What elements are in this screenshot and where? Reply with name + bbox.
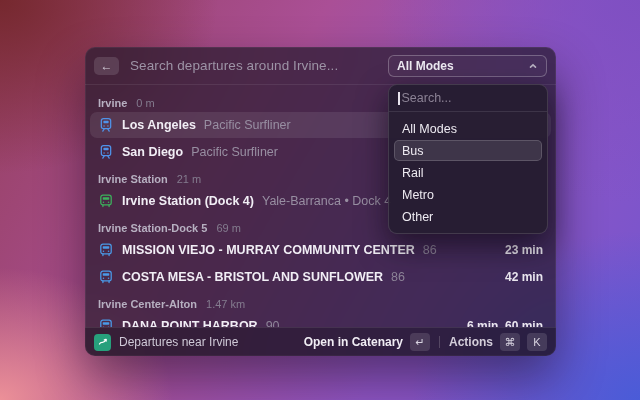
footer-title: Departures near Irvine	[119, 335, 238, 349]
list-item-title: MISSION VIEJO - MURRAY COMMUNITY CENTER	[122, 243, 415, 257]
search-input[interactable]: Search departures around Irvine...	[130, 58, 377, 73]
section-rows: DANA POINT HARBOR 90 6 min, 60 min	[90, 313, 551, 327]
open-in-catenary-action[interactable]: Open in Catenary	[304, 335, 403, 349]
k-key-icon: K	[527, 333, 547, 351]
dropdown-option[interactable]: Other	[394, 206, 542, 227]
bus-icon	[98, 269, 114, 285]
section-header: Irvine Center-Alton 1.47 km	[90, 291, 551, 312]
cmd-key-icon: ⌘	[500, 333, 520, 351]
departure-time: 42 min	[505, 270, 543, 284]
departure-time: 23 min	[505, 243, 543, 257]
section-title: Irvine Station	[98, 173, 168, 185]
list-item-subtitle: Pacific Surfliner	[204, 118, 291, 132]
bus-icon	[98, 193, 114, 209]
list-item-title: Irvine Station (Dock 4)	[122, 194, 254, 208]
list-item[interactable]: COSTA MESA - BRISTOL AND SUNFLOWER 86 42…	[90, 264, 551, 290]
back-button[interactable]: ←	[94, 57, 119, 75]
command-palette-window: ← Search departures around Irvine... All…	[85, 47, 556, 356]
list-item-title: San Diego	[122, 145, 183, 159]
bus-icon	[98, 242, 114, 258]
list-item-subtitle: Pacific Surfliner	[191, 145, 278, 159]
section-distance: 69 m	[216, 222, 240, 234]
route-number: 86	[391, 270, 405, 284]
footer-divider	[439, 336, 440, 348]
mode-filter-value: All Modes	[397, 59, 454, 73]
dropdown-search-placeholder: Search...	[402, 91, 452, 105]
section-distance: 1.47 km	[206, 298, 245, 310]
search-header: ← Search departures around Irvine... All…	[85, 47, 556, 85]
train-icon	[98, 117, 114, 133]
footer-bar: Departures near Irvine Open in Catenary …	[85, 327, 556, 356]
list-item-title: DANA POINT HARBOR	[122, 319, 258, 327]
chevron-up-icon	[528, 61, 538, 71]
section-title: Irvine	[98, 97, 127, 109]
list-item-title: Los Angeles	[122, 118, 196, 132]
section-title: Irvine Center-Alton	[98, 298, 197, 310]
section-distance: 0 m	[136, 97, 154, 109]
section-rows: MISSION VIEJO - MURRAY COMMUNITY CENTER …	[90, 237, 551, 290]
list-item[interactable]: MISSION VIEJO - MURRAY COMMUNITY CENTER …	[90, 237, 551, 263]
section-distance: 21 m	[177, 173, 201, 185]
list-item[interactable]: DANA POINT HARBOR 90 6 min, 60 min	[90, 313, 551, 327]
catenary-app-icon	[94, 334, 111, 351]
mode-filter-dropdown-panel: Search... All Modes Bus Rail Metro Other	[388, 84, 548, 234]
route-number: 86	[423, 243, 437, 257]
dropdown-search-field[interactable]: Search...	[389, 85, 547, 112]
actions-menu-button[interactable]: Actions	[449, 335, 493, 349]
train-icon	[98, 144, 114, 160]
dropdown-option[interactable]: Metro	[394, 184, 542, 205]
dropdown-option[interactable]: All Modes	[394, 118, 542, 139]
dropdown-option[interactable]: Bus	[394, 140, 542, 161]
back-arrow-icon: ←	[101, 60, 113, 72]
dropdown-options: All Modes Bus Rail Metro Other	[389, 112, 547, 233]
return-key-icon: ↵	[410, 333, 430, 351]
mode-filter-dropdown-button[interactable]: All Modes	[388, 55, 547, 77]
section-title: Irvine Station-Dock 5	[98, 222, 207, 234]
route-number: 90	[266, 319, 280, 327]
list-item-subtitle: Yale-Barranca • Dock 4	[262, 194, 391, 208]
list-section: Irvine Center-Alton 1.47 km DANA POINT H…	[90, 291, 551, 327]
departure-time: 6 min, 60 min	[467, 319, 543, 327]
dropdown-option[interactable]: Rail	[394, 162, 542, 183]
list-item-title: COSTA MESA - BRISTOL AND SUNFLOWER	[122, 270, 383, 284]
text-caret	[398, 92, 400, 105]
bus-icon	[98, 318, 114, 327]
